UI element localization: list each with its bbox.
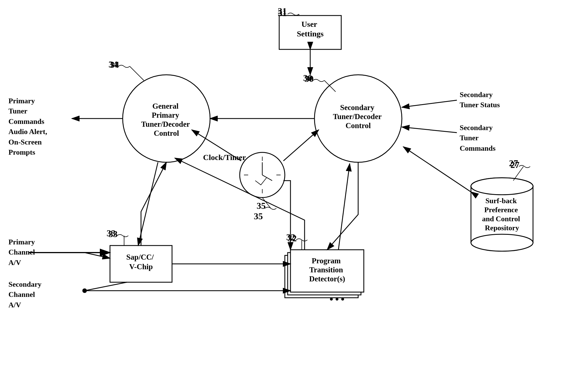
ref-34: 34 — [109, 59, 118, 70]
clock-timer-label: Clock/Timer — [203, 152, 246, 163]
ref-32: 32 — [286, 232, 295, 242]
svg-point-34 — [330, 298, 333, 301]
svg-point-36 — [341, 298, 344, 301]
ref-35: 35 — [254, 211, 263, 222]
secondary-channel-label: SecondaryChannelA/V — [8, 279, 41, 310]
secondary-tuner-commands-label: SecondaryTunerCommands — [460, 123, 495, 154]
svg-point-35 — [336, 298, 338, 301]
ref-33: 33 — [107, 228, 116, 238]
svg-line-56 — [85, 282, 127, 291]
svg-point-40 — [471, 178, 533, 195]
ref-27: 27 — [509, 158, 518, 168]
svg-line-13 — [130, 66, 144, 80]
svg-line-54 — [338, 164, 350, 250]
svg-text:35: 35 — [257, 201, 266, 211]
primary-tuner-commands-label: PrimaryTunerCommandsAudio Alert,On-Scree… — [8, 96, 47, 157]
diagram: 31 User Settings 30 Secondary Tuner/Deco… — [0, 0, 588, 392]
svg-point-39 — [471, 234, 533, 251]
secondary-tuner-status-label: SecondaryTuner Status — [460, 90, 500, 110]
ref-31: 31 — [278, 8, 287, 18]
svg-line-47 — [402, 100, 457, 107]
primary-channel-label: PrimaryChannelA/V — [8, 237, 35, 268]
svg-line-50 — [283, 130, 319, 161]
ref-30: 30 — [303, 73, 312, 83]
svg-text:Program
      Transition
     : Program Transition Detector(s) — [309, 257, 345, 283]
svg-line-48 — [402, 127, 457, 133]
svg-line-55 — [85, 253, 110, 258]
